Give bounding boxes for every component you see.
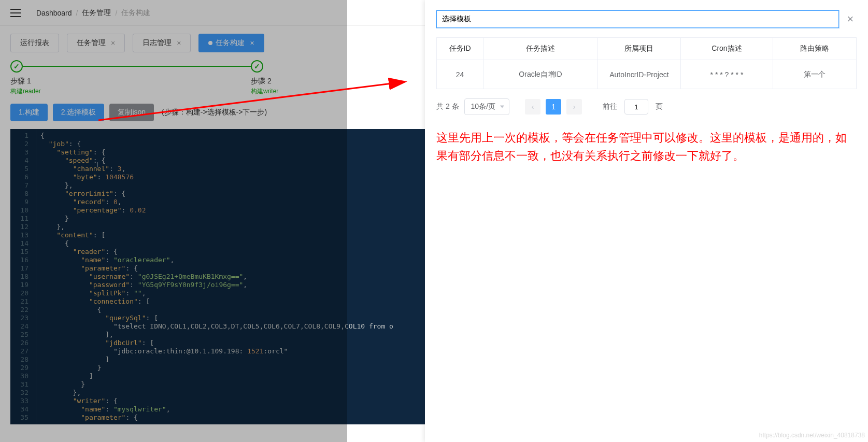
active-dot-icon	[208, 41, 212, 45]
template-table: 任务ID 任务描述 所属项目 Cron描述 路由策略 24 Oracle自增ID…	[436, 37, 857, 89]
template-search-input[interactable]	[436, 10, 839, 28]
close-icon[interactable]: ×	[250, 39, 254, 47]
pagination: 共 2 条 10条/页 ‹ 1 › 前往 页	[436, 98, 857, 115]
table-row[interactable]: 24 Oracle自增ID AutoIncrID-Project * * * ?…	[437, 60, 857, 89]
col-project: 所属项目	[597, 38, 680, 60]
step-2-icon	[251, 60, 263, 73]
breadcrumb-item: 任务构建	[121, 8, 150, 18]
tab-report[interactable]: 运行报表	[10, 34, 59, 52]
breadcrumb: Dashboard / 任务管理 / 任务构建	[36, 8, 150, 18]
build-button[interactable]: 1.构建	[10, 104, 48, 121]
breadcrumb-item[interactable]: 任务管理	[82, 8, 111, 18]
step-1-sub: 构建reader	[10, 87, 251, 96]
close-icon[interactable]: ×	[177, 39, 181, 47]
page-size-select[interactable]: 10条/页	[464, 98, 509, 115]
step-1-title: 步骤 1	[10, 77, 251, 86]
tab-task-manage[interactable]: 任务管理×	[67, 34, 125, 52]
watermark: https://blog.csdn.net/weixin_40818738	[759, 432, 865, 439]
copy-json-button[interactable]: 复制json	[109, 104, 154, 121]
tab-log-manage[interactable]: 日志管理×	[133, 34, 191, 52]
tab-task-build[interactable]: 任务构建×	[198, 34, 264, 52]
col-task-id: 任务ID	[437, 38, 483, 60]
step-2-title: 步骤 2	[251, 77, 278, 86]
breadcrumb-item[interactable]: Dashboard	[36, 9, 72, 17]
col-route: 路由策略	[773, 38, 857, 60]
menu-toggle-icon[interactable]	[10, 9, 21, 17]
hint-text: (步骤：构建->选择模板->下一步)	[162, 108, 267, 117]
close-icon[interactable]: ×	[844, 12, 857, 26]
select-template-button[interactable]: 2.选择模板	[53, 104, 105, 121]
close-icon[interactable]: ×	[111, 39, 115, 47]
goto-page-input[interactable]	[624, 99, 648, 115]
goto-suffix: 页	[656, 102, 663, 111]
step-1-icon	[10, 60, 23, 73]
template-drawer: × 任务ID 任务描述 所属项目 Cron描述 路由策略 24 Oracle自增…	[425, 0, 868, 442]
col-cron: Cron描述	[680, 38, 773, 60]
editor-gutter: 1234567891011121314151617181920212223242…	[10, 129, 36, 424]
col-task-desc: 任务描述	[483, 38, 598, 60]
page-number-button[interactable]: 1	[546, 99, 561, 115]
total-label: 共 2 条	[436, 102, 459, 111]
annotation-text: 这里先用上一次的模板，等会在任务管理中可以修改。这里的模板，是通用的，如果有部分…	[436, 129, 857, 165]
next-page-button[interactable]: ›	[566, 99, 582, 115]
goto-prefix: 前往	[603, 102, 617, 111]
step-2-sub: 构建writer	[251, 87, 278, 96]
prev-page-button[interactable]: ‹	[525, 99, 540, 115]
